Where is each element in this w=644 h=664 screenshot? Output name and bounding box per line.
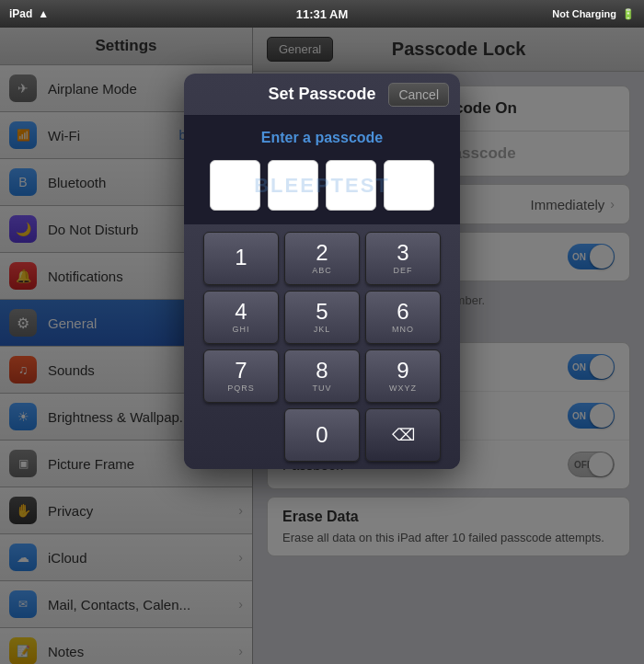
passcode-box-4 (384, 160, 434, 211)
delete-icon: ⌫ (392, 425, 415, 445)
passcode-box-3 (326, 160, 376, 211)
key-6[interactable]: 6 MNO (365, 291, 441, 344)
key-4-letters: GHI (232, 325, 249, 334)
key-9-number: 9 (397, 360, 408, 382)
key-1-number: 1 (235, 246, 247, 269)
status-bar: iPad ▲ 11:31 AM Not Charging 🔋 (0, 0, 644, 28)
key-1[interactable]: 1 (203, 232, 279, 285)
passcode-box-1 (210, 160, 260, 211)
battery-label: Not Charging (552, 8, 616, 19)
key-2-number: 2 (316, 242, 328, 264)
key-8-number: 8 (316, 360, 328, 382)
passcode-box-2 (268, 160, 318, 211)
keypad-row-3: 7 PQRS 8 TUV 9 WXYZ (191, 349, 453, 403)
modal-cancel-button[interactable]: Cancel (388, 83, 449, 107)
key-5-letters: JKL (314, 325, 331, 334)
key-4-number: 4 (235, 301, 247, 323)
key-empty (203, 408, 279, 462)
key-3-number: 3 (397, 242, 408, 264)
key-5-number: 5 (316, 301, 328, 323)
modal-header: Set Passcode Cancel (184, 74, 460, 116)
modal-title: Set Passcode (268, 85, 375, 104)
key-8-letters: TUV (313, 384, 332, 393)
key-3-letters: DEF (394, 266, 413, 275)
modal-body: Enter a passcode BLEEPTEST (184, 116, 460, 224)
key-7[interactable]: 7 PQRS (203, 349, 279, 403)
key-3[interactable]: 3 DEF (365, 232, 441, 285)
keypad-row-4: 0 ⌫ (191, 408, 453, 462)
set-passcode-modal: Set Passcode Cancel Enter a passcode BLE… (184, 74, 460, 469)
status-left: iPad ▲ (9, 7, 49, 20)
key-6-number: 6 (397, 301, 408, 323)
status-right: Not Charging 🔋 (552, 8, 635, 20)
passcode-boxes: BLEEPTEST (198, 160, 446, 211)
key-2[interactable]: 2 ABC (284, 232, 360, 285)
key-9[interactable]: 9 WXYZ (365, 349, 441, 403)
key-6-letters: MNO (392, 325, 414, 334)
key-4[interactable]: 4 GHI (203, 291, 279, 344)
keypad-row-2: 4 GHI 5 JKL 6 MNO (191, 291, 453, 344)
key-7-number: 7 (235, 360, 247, 382)
key-9-letters: WXYZ (389, 384, 417, 393)
key-7-letters: PQRS (227, 384, 255, 393)
keypad-row-1: 1 2 ABC 3 DEF (191, 232, 453, 285)
modal-overlay: Set Passcode Cancel Enter a passcode BLE… (0, 28, 644, 664)
key-5[interactable]: 5 JKL (284, 291, 360, 344)
key-8[interactable]: 8 TUV (284, 349, 360, 403)
key-2-letters: ABC (312, 266, 332, 275)
passcode-prompt: Enter a passcode (198, 130, 446, 146)
battery-icon: 🔋 (622, 8, 635, 20)
key-0[interactable]: 0 (284, 408, 360, 462)
key-0-number: 0 (316, 424, 328, 446)
keypad: 1 2 ABC 3 DEF 4 GHI 5 (184, 224, 460, 469)
ipad-label: iPad (9, 7, 32, 20)
key-delete[interactable]: ⌫ (365, 408, 441, 462)
status-time: 11:31 AM (296, 7, 349, 21)
wifi-icon: ▲ (38, 7, 49, 20)
